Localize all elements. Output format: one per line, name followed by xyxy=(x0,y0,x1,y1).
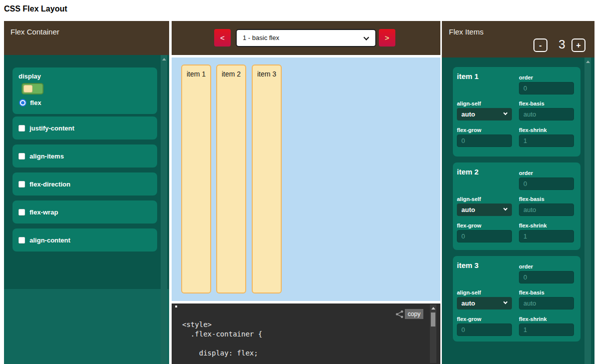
flex-radio[interactable] xyxy=(19,99,27,106)
flex-grow-label: flex-grow xyxy=(457,316,481,322)
code-scrollbar[interactable] xyxy=(430,304,436,363)
flex-container-panel-header: Flex Container xyxy=(4,21,169,55)
flex-grow-label: flex-grow xyxy=(457,127,481,133)
flex-direction-label: flex-direction xyxy=(30,180,71,188)
flex-radio-dot xyxy=(21,101,25,104)
justify-content-card: justify-content xyxy=(13,116,157,140)
align-items-card: align-items xyxy=(13,144,157,168)
align-content-label: align-content xyxy=(30,236,71,244)
preview-flex-item-3: item 3 xyxy=(252,64,282,294)
preview-header: < 1 - basic flex > xyxy=(172,21,440,55)
item-3-flex-grow-input[interactable] xyxy=(457,324,512,336)
item-3-card: item 3 order align-self auto flex-basis … xyxy=(453,256,580,342)
scroll-up-icon[interactable] xyxy=(586,60,590,63)
flex-direction-card: flex-direction xyxy=(13,172,157,196)
display-property-card: display flex xyxy=(13,68,157,114)
flex-shrink-label: flex-shrink xyxy=(519,222,547,228)
scroll-up-icon[interactable] xyxy=(162,58,166,60)
flex-container-scrollbar[interactable] xyxy=(161,55,167,364)
justify-content-label: justify-content xyxy=(30,124,75,132)
display-label: display xyxy=(19,72,151,80)
flex-preview-canvas: item 1 item 2 item 3 xyxy=(172,58,440,301)
item-2-title: item 2 xyxy=(457,168,478,176)
item-1-order-input[interactable] xyxy=(519,82,574,94)
align-content-checkbox[interactable] xyxy=(19,237,25,244)
flex-wrap-card: flex-wrap xyxy=(13,200,157,224)
item-count: 3 xyxy=(554,38,570,52)
flex-grow-label: flex-grow xyxy=(457,222,481,228)
item-1-flex-grow-input[interactable] xyxy=(457,134,512,147)
align-self-label: align-self xyxy=(457,290,481,296)
item-3-align-self-value: auto xyxy=(461,300,475,307)
flex-radio-label: flex xyxy=(30,99,41,106)
flex-basis-label: flex-basis xyxy=(519,290,544,296)
code-cursor-dot xyxy=(175,306,177,308)
item-3-title: item 3 xyxy=(457,261,478,270)
copy-button[interactable]: copy xyxy=(405,309,423,319)
preview-flex-item-2: item 2 xyxy=(216,64,246,294)
item-3-order-input[interactable] xyxy=(519,271,574,284)
scroll-up-icon[interactable] xyxy=(431,307,435,310)
item-2-align-self-select[interactable]: auto xyxy=(457,204,512,216)
flex-items-panel-body: item 1 order align-self auto flex-basis … xyxy=(442,58,594,364)
code-panel: <style> .flex-container { display: flex;… xyxy=(172,304,440,364)
item-2-align-self-value: auto xyxy=(461,206,475,214)
preview-flex-item-1: item 1 xyxy=(181,64,211,294)
flex-items-scrollbar[interactable] xyxy=(584,58,591,364)
item-2-flex-grow-input[interactable] xyxy=(457,230,512,242)
flex-container-panel-body: display flex justify-content align-items… xyxy=(4,55,169,364)
align-items-label: align-items xyxy=(30,152,64,160)
chevron-down-icon xyxy=(503,300,507,304)
item-3-flex-basis-input[interactable] xyxy=(519,297,574,310)
flex-container-panel-title: Flex Container xyxy=(11,28,60,36)
item-1-flex-shrink-input[interactable] xyxy=(519,134,574,147)
share-icon[interactable] xyxy=(395,310,404,318)
code-scrollbar-thumb[interactable] xyxy=(431,312,435,326)
item-2-order-input[interactable] xyxy=(519,178,574,190)
order-label: order xyxy=(519,170,533,176)
css-code-block: <style> .flex-container { display: flex; xyxy=(182,320,262,358)
order-label: order xyxy=(519,74,533,80)
align-content-card: align-content xyxy=(13,228,157,252)
item-2-card: item 2 order align-self auto flex-basis … xyxy=(453,162,580,250)
preview-panel: < 1 - basic flex > item 1 item 2 item 3 … xyxy=(172,21,440,364)
chevron-down-icon xyxy=(503,111,507,115)
chevron-down-icon xyxy=(503,206,507,210)
align-self-label: align-self xyxy=(457,100,481,106)
flex-basis-label: flex-basis xyxy=(519,196,544,202)
flex-shrink-label: flex-shrink xyxy=(519,127,547,133)
next-example-button[interactable]: > xyxy=(379,29,395,46)
example-select-value: 1 - basic flex xyxy=(243,34,279,42)
display-toggle[interactable] xyxy=(22,83,44,94)
previous-example-button[interactable]: < xyxy=(214,29,231,46)
item-3-flex-shrink-input[interactable] xyxy=(519,324,574,336)
order-label: order xyxy=(519,264,533,270)
item-1-flex-basis-input[interactable] xyxy=(519,108,574,120)
justify-content-checkbox[interactable] xyxy=(19,125,25,132)
remove-item-button[interactable]: - xyxy=(533,38,547,52)
flex-items-panel-title: Flex Items xyxy=(449,28,483,36)
flex-wrap-label: flex-wrap xyxy=(30,208,58,216)
flex-items-panel-header: Flex Items - 3 + xyxy=(442,21,594,58)
flex-container-panel: Flex Container display flex justify-cont… xyxy=(4,21,169,364)
flex-shrink-label: flex-shrink xyxy=(519,316,547,322)
chevron-down-icon xyxy=(363,34,369,40)
example-select[interactable]: 1 - basic flex xyxy=(236,29,376,47)
flex-basis-label: flex-basis xyxy=(519,100,544,106)
item-3-align-self-select[interactable]: auto xyxy=(457,297,512,310)
item-1-align-self-value: auto xyxy=(461,110,475,118)
item-2-flex-basis-input[interactable] xyxy=(519,204,574,216)
add-item-button[interactable]: + xyxy=(571,38,585,52)
page-title: CSS Flex Layout xyxy=(4,4,67,14)
display-toggle-knob xyxy=(24,85,33,92)
item-2-flex-shrink-input[interactable] xyxy=(519,230,574,242)
item-1-card: item 1 order align-self auto flex-basis … xyxy=(453,67,580,156)
flex-items-panel: Flex Items - 3 + item 1 order align-self… xyxy=(442,21,594,364)
flex-wrap-checkbox[interactable] xyxy=(19,209,25,216)
item-1-align-self-select[interactable]: auto xyxy=(457,108,512,120)
item-1-title: item 1 xyxy=(457,72,478,80)
align-items-checkbox[interactable] xyxy=(19,153,25,160)
flex-direction-checkbox[interactable] xyxy=(19,181,25,188)
align-self-label: align-self xyxy=(457,196,481,202)
